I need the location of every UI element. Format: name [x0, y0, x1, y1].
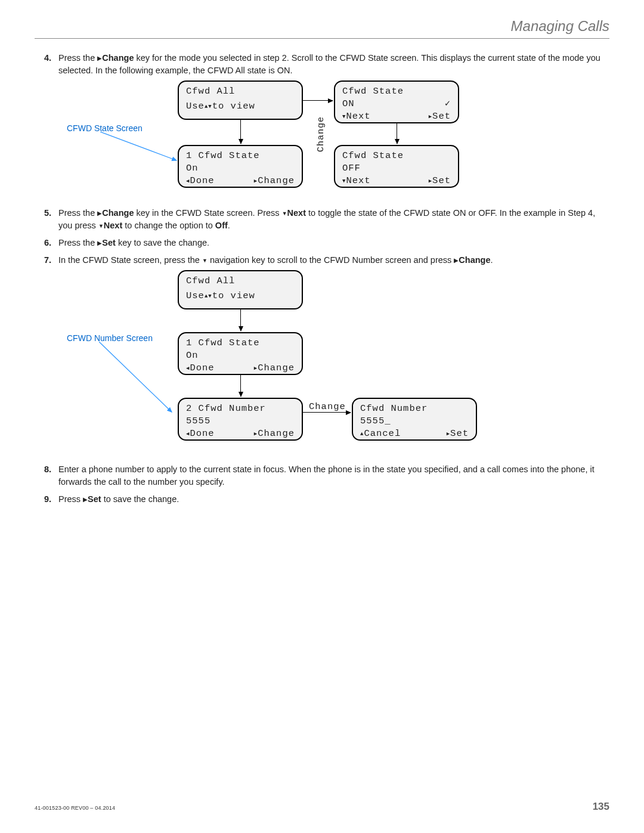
arrow-down-icon — [240, 375, 241, 397]
label-change: Change — [309, 400, 346, 413]
label-change-vertical: Change — [315, 116, 328, 152]
page-title: Managing Calls — [35, 18, 609, 39]
diagram-cfwd-state: CFWD State Screen Cfwd All Use▲▼to view — [58, 80, 609, 200]
play-icon: ▶ — [83, 496, 88, 504]
step-num: 6. — [44, 237, 51, 249]
callout-arrow-icon — [100, 132, 184, 168]
step-num: 5. — [44, 207, 51, 219]
down-arrow-icon: ▼ — [282, 210, 287, 218]
arrow-right-icon — [303, 100, 333, 101]
step-text: Press the ▶Change key for the mode you s… — [58, 53, 600, 75]
step-num: 4. — [44, 52, 51, 64]
screen-1-cfwd-state: 1 Cfwd State On ◀Done ▶Change — [178, 145, 303, 188]
screen-1-cfwd-state-2: 1 Cfwd State On ◀Done ▶Change — [178, 332, 303, 375]
screen-cfwd-number-edit: Cfwd Number 5555_ ▲Cancel ▶Set — [352, 398, 477, 441]
page-number: 135 — [593, 801, 609, 813]
up-down-arrow-icon: ▲▼ — [205, 103, 212, 110]
screen-cfwd-state-on: Cfwd State ON ✓ ▼Next ▶Set — [334, 80, 459, 123]
svg-line-0 — [100, 132, 177, 160]
screen-cfwd-all-2: Cfwd All Use▲▼to view — [178, 270, 303, 309]
arrow-down-icon — [240, 309, 241, 331]
step-text: In the CFWD State screen, press the ▼ na… — [58, 255, 493, 265]
page-footer: 41-001523-00 REV00 – 04.2014 135 — [35, 801, 609, 813]
step-5: 5. Press the ▶Change key in the CFWD Sta… — [48, 207, 609, 232]
check-icon: ✓ — [445, 98, 451, 110]
step-text: Press the ▶Set key to save the change. — [58, 238, 209, 247]
svg-line-1 — [99, 342, 172, 412]
doc-revision: 41-001523-00 REV00 – 04.2014 — [35, 805, 115, 811]
down-arrow-icon: ▼ — [202, 257, 208, 265]
step-num: 9. — [44, 493, 51, 506]
screen-cfwd-all: Cfwd All Use▲▼to view — [178, 80, 303, 120]
screen-cfwd-state-off: Cfwd State OFF ▼Next ▶Set — [334, 145, 459, 188]
step-9: 9. Press ▶Set to save the change. — [48, 493, 609, 506]
step-6: 6. Press the ▶Set key to save the change… — [48, 237, 609, 249]
step-4: 4. Press the ▶Change key for the mode yo… — [48, 52, 609, 200]
diagram-cfwd-number: CFWD Number Screen Cfwd All Use▲▼to view… — [58, 270, 609, 455]
screen-2-cfwd-number: 2 Cfwd Number 5555 ◀Done ▶Change — [178, 398, 303, 441]
arrow-down-icon — [240, 120, 241, 144]
step-text: Enter a phone number to apply to the cur… — [58, 465, 595, 487]
step-text: Press ▶Set to save the change. — [58, 494, 179, 504]
step-7: 7. In the CFWD State screen, press the ▼… — [48, 254, 609, 455]
step-8: 8. Enter a phone number to apply to the … — [48, 463, 609, 488]
up-down-arrow-icon: ▲▼ — [205, 293, 212, 300]
arrow-down-icon — [397, 123, 397, 144]
callout-arrow-icon — [99, 342, 182, 419]
step-num: 7. — [44, 254, 51, 267]
down-arrow-icon: ▼ — [98, 222, 104, 230]
step-num: 8. — [44, 463, 51, 476]
step-text: Press the ▶Change key in the CFWD State … — [58, 208, 595, 230]
